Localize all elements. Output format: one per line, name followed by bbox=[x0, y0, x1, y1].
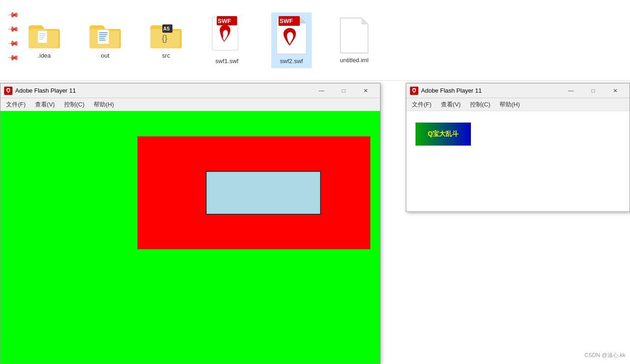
menu-file-left[interactable]: 文件(F) bbox=[2, 99, 30, 110]
flash-content-right: Q宝大乱斗 bbox=[406, 111, 630, 211]
close-button-right[interactable]: ✕ bbox=[605, 83, 626, 98]
svg-rect-0 bbox=[38, 31, 47, 43]
file-item-src[interactable]: AS {} src bbox=[149, 22, 183, 59]
menu-control-right[interactable]: 控制(C) bbox=[466, 99, 494, 110]
maximize-button-left[interactable]: □ bbox=[333, 83, 354, 98]
flash-menubar-right: 文件(F) 查看(V) 控制(C) 帮助(H) bbox=[406, 98, 630, 111]
watermark-text: CSDN @涤心.kk bbox=[584, 352, 625, 358]
flash-icon-right bbox=[410, 87, 418, 95]
menu-file-right[interactable]: 文件(F) bbox=[408, 99, 435, 110]
blue-rectangle bbox=[206, 171, 321, 215]
titlebar-controls-left: — □ ✕ bbox=[311, 83, 376, 98]
menu-view-right[interactable]: 查看(V) bbox=[437, 99, 464, 110]
svg-text:AS: AS bbox=[163, 26, 170, 31]
swf-file-icon-1: SWF bbox=[210, 16, 244, 55]
file-item-swf1[interactable]: SWF swf1.swf bbox=[210, 16, 244, 65]
file-label-idea: .idea bbox=[38, 52, 51, 59]
flash-content-left bbox=[0, 111, 380, 364]
titlebar-controls-right: — □ ✕ bbox=[560, 83, 626, 98]
menu-control-left[interactable]: 控制(C) bbox=[60, 99, 88, 110]
file-item-swf2[interactable]: SWF swf2.swf bbox=[271, 12, 312, 68]
file-item-out[interactable]: out bbox=[89, 22, 122, 59]
flash-window-left: Adobe Flash Player 11 — □ ✕ 文件(F) 查看(V) … bbox=[0, 83, 380, 364]
svg-rect-5 bbox=[98, 30, 109, 44]
flash-title-right: Adobe Flash Player 11 bbox=[421, 87, 560, 94]
file-label-out: out bbox=[101, 52, 109, 59]
watermark: CSDN @涤心.kk bbox=[584, 352, 625, 359]
folder-icon-out bbox=[89, 22, 122, 49]
menu-help-left[interactable]: 帮助(H) bbox=[90, 99, 118, 110]
file-label-src: src bbox=[162, 52, 170, 59]
menu-view-left[interactable]: 查看(V) bbox=[31, 99, 59, 110]
folder-icon-idea bbox=[28, 22, 61, 49]
file-item-iml[interactable]: untitled.iml bbox=[339, 17, 369, 64]
svg-text:SWF: SWF bbox=[279, 18, 293, 24]
flash-title-left: Adobe Flash Player 11 bbox=[15, 87, 311, 94]
file-label-swf2: swf2.swf bbox=[280, 58, 303, 65]
file-explorer: 📌 📌 📌 📌 .idea bbox=[0, 0, 630, 81]
swf-file-icon-2: SWF bbox=[275, 16, 308, 55]
flash-window-right: Adobe Flash Player 11 — □ ✕ 文件(F) 查看(V) … bbox=[406, 83, 630, 212]
file-label-iml: untitled.iml bbox=[340, 57, 368, 64]
close-button-left[interactable]: ✕ bbox=[355, 83, 376, 98]
flash-titlebar-right: Adobe Flash Player 11 — □ ✕ bbox=[406, 83, 630, 98]
flash-icon-left bbox=[4, 87, 12, 95]
flash-titlebar-left: Adobe Flash Player 11 — □ ✕ bbox=[0, 83, 380, 98]
gradient-button[interactable]: Q宝大乱斗 bbox=[416, 123, 471, 146]
generic-file-icon bbox=[339, 17, 369, 54]
folder-icon-src: AS {} bbox=[149, 22, 183, 49]
red-rectangle bbox=[137, 136, 370, 249]
minimize-button-left[interactable]: — bbox=[311, 83, 332, 98]
file-label-swf1: swf1.swf bbox=[215, 58, 238, 65]
svg-text:{}: {} bbox=[162, 34, 167, 43]
svg-text:SWF: SWF bbox=[218, 18, 231, 24]
maximize-button-right[interactable]: □ bbox=[582, 83, 604, 98]
minimize-button-right[interactable]: — bbox=[560, 83, 582, 98]
menu-help-right[interactable]: 帮助(H) bbox=[496, 99, 523, 110]
pin-area: 📌 📌 📌 📌 bbox=[0, 0, 28, 81]
file-item-idea[interactable]: .idea bbox=[28, 22, 61, 59]
gradient-button-label: Q宝大乱斗 bbox=[428, 130, 459, 138]
flash-menubar-left: 文件(F) 查看(V) 控制(C) 帮助(H) bbox=[0, 98, 380, 111]
